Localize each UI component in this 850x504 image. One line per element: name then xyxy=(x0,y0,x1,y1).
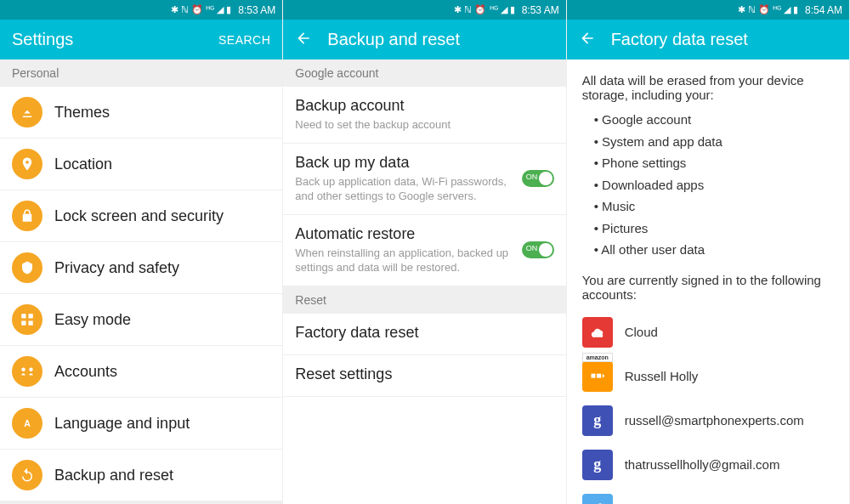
section-personal: Personal xyxy=(0,59,282,87)
page-title: Settings xyxy=(12,30,218,49)
erase-list: Google account System and app data Phone… xyxy=(567,109,849,269)
themes-icon xyxy=(12,97,42,127)
status-time: 8:53 AM xyxy=(522,4,559,16)
lock-screen-row[interactable]: Lock screen and security xyxy=(0,190,282,242)
factory-reset-content[interactable]: All data will be erased from your device… xyxy=(567,59,849,504)
factory-reset-row[interactable]: Factory data reset xyxy=(283,314,565,355)
lock-icon xyxy=(12,201,42,231)
back-button[interactable] xyxy=(579,30,596,50)
settings-item-label: Easy mode xyxy=(54,311,131,329)
account-row: Russell Holly xyxy=(567,354,849,399)
themes-row[interactable]: Themes xyxy=(0,87,282,139)
page-title: Backup and reset xyxy=(327,30,553,49)
amazon-app-icon xyxy=(582,361,613,392)
erase-intro: All data will be erased from your device… xyxy=(567,59,849,109)
row-primary: Backup account xyxy=(295,97,553,115)
row-primary: Automatic restore xyxy=(295,225,553,243)
privacy-icon xyxy=(12,252,42,283)
settings-item-label: Accounts xyxy=(54,363,117,381)
status-bar: ✱ ℕ ⏰ ᴴᴳ ◢ ▮ 8:53 AM xyxy=(283,0,565,20)
language-icon: A xyxy=(12,408,42,439)
row-secondary: When reinstalling an application, backed… xyxy=(295,246,553,275)
account-label: Russell Holly xyxy=(625,369,699,383)
bullet-item: All other user data xyxy=(594,239,834,261)
status-icons: ✱ ℕ ⏰ ᴴᴳ ◢ ▮ xyxy=(171,4,231,15)
google-app-icon: g xyxy=(582,450,613,480)
status-icons: ✱ ℕ ⏰ ᴴᴳ ◢ ▮ xyxy=(454,4,514,15)
account-label: Cloud xyxy=(625,325,658,339)
backup-data-toggle[interactable]: ON xyxy=(522,170,554,187)
svg-rect-0 xyxy=(21,314,26,318)
section-reset: Reset xyxy=(283,286,565,314)
cloud-app-icon xyxy=(582,317,613,348)
back-button[interactable] xyxy=(295,30,312,50)
location-row[interactable]: Location xyxy=(0,139,282,190)
settings-item-label: Themes xyxy=(54,104,110,122)
easy-mode-icon xyxy=(12,304,42,335)
backup-reset-list[interactable]: Google account Backup account Need to se… xyxy=(283,59,565,504)
accounts-row[interactable]: Accounts xyxy=(0,346,282,398)
svg-text:A: A xyxy=(24,418,31,428)
section-google: Google account xyxy=(283,59,565,87)
twitter-app-icon xyxy=(582,494,613,505)
page-title: Factory data reset xyxy=(611,30,837,49)
automatic-restore-row: Automatic restore When reinstalling an a… xyxy=(283,215,565,286)
app-bar: Settings SEARCH xyxy=(0,20,282,59)
account-row: g russell@smartphonexperts.com xyxy=(567,399,849,443)
account-row: g thatrussellholly@gmail.com xyxy=(567,443,849,487)
easy-mode-row[interactable]: Easy mode xyxy=(0,294,282,346)
reset-settings-row[interactable]: Reset settings xyxy=(283,355,565,397)
settings-item-label: Backup and reset xyxy=(54,467,173,484)
row-primary: Back up my data xyxy=(295,154,553,172)
settings-item-label: Privacy and safety xyxy=(54,259,179,277)
row-primary: Reset settings xyxy=(295,365,553,383)
bullet-item: Pictures xyxy=(594,218,834,240)
account-row: russellholly xyxy=(567,487,849,505)
location-icon xyxy=(12,149,42,179)
bullet-item: Music xyxy=(594,195,834,218)
svg-rect-1 xyxy=(29,314,33,318)
backup-icon xyxy=(12,460,42,490)
status-bar: ✱ ℕ ⏰ ᴴᴳ ◢ ▮ 8:54 AM xyxy=(567,0,849,20)
privacy-row[interactable]: Privacy and safety xyxy=(0,242,282,294)
app-bar: Backup and reset xyxy=(283,20,565,59)
google-app-icon: g xyxy=(582,405,613,436)
row-primary: Factory data reset xyxy=(295,324,553,342)
svg-rect-2 xyxy=(21,321,26,326)
row-secondary: Need to set the backup account xyxy=(295,117,553,133)
accounts-icon xyxy=(12,356,42,387)
status-bar: ✱ ℕ ⏰ ᴴᴳ ◢ ▮ 8:53 AM xyxy=(0,0,282,20)
status-icons: ✱ ℕ ⏰ ᴴᴳ ◢ ▮ xyxy=(738,4,798,15)
settings-list[interactable]: Personal Themes Location Lock screen and… xyxy=(0,59,282,504)
bullet-item: Downloaded apps xyxy=(594,174,834,196)
bullet-item: System and app data xyxy=(594,131,834,153)
settings-item-label: Location xyxy=(54,156,112,173)
account-row: Cloud xyxy=(567,310,849,354)
settings-item-label: Lock screen and security xyxy=(54,207,224,225)
status-time: 8:53 AM xyxy=(238,4,275,16)
bullet-item: Google account xyxy=(594,109,834,131)
row-secondary: Back up application data, Wi-Fi password… xyxy=(295,174,553,204)
language-row[interactable]: A Language and input xyxy=(0,398,282,450)
backup-reset-row[interactable]: Backup and reset xyxy=(0,450,282,501)
backup-account-row[interactable]: Backup account Need to set the backup ac… xyxy=(283,87,565,144)
factory-reset-screen: ✱ ℕ ⏰ ᴴᴳ ◢ ▮ 8:54 AM Factory data reset … xyxy=(567,0,850,504)
search-button[interactable]: SEARCH xyxy=(218,33,270,47)
status-time: 8:54 AM xyxy=(805,4,842,16)
app-bar: Factory data reset xyxy=(567,20,849,59)
svg-rect-7 xyxy=(597,373,601,377)
svg-rect-6 xyxy=(591,373,595,377)
auto-restore-toggle[interactable]: ON xyxy=(522,241,554,258)
settings-item-label: Language and input xyxy=(54,415,190,433)
account-label: russell@smartphonexperts.com xyxy=(625,413,804,428)
backup-reset-screen: ✱ ℕ ⏰ ᴴᴳ ◢ ▮ 8:53 AM Backup and reset Go… xyxy=(283,0,566,504)
settings-screen: ✱ ℕ ⏰ ᴴᴳ ◢ ▮ 8:53 AM Settings SEARCH Per… xyxy=(0,0,283,504)
signed-in-text: You are currently signed in to the follo… xyxy=(567,269,849,310)
svg-rect-3 xyxy=(29,321,33,326)
account-label: thatrussellholly@gmail.com xyxy=(625,457,780,472)
backup-my-data-row: Back up my data Back up application data… xyxy=(283,144,565,215)
bullet-item: Phone settings xyxy=(594,152,834,174)
